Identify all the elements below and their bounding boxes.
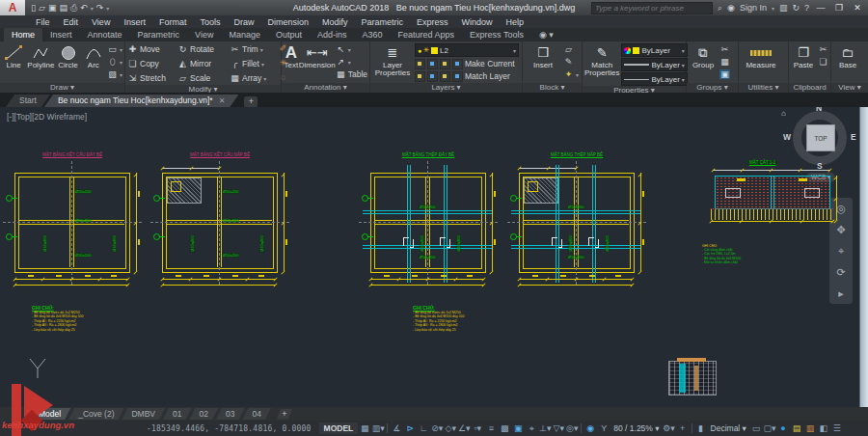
qat-dropdown[interactable]: ▾: [106, 5, 109, 12]
copy-clip-button[interactable]: ❏: [818, 56, 828, 68]
viewcube-top-face[interactable]: TOP: [806, 124, 835, 151]
group-edit-button[interactable]: ▦: [719, 56, 730, 68]
application-menu-button[interactable]: A: [0, 0, 25, 15]
polyline-button[interactable]: Polyline: [27, 43, 54, 69]
layer-off-icon[interactable]: [415, 59, 425, 69]
exchange-icon[interactable]: ↻: [792, 3, 800, 13]
status-annotation-visibility-icon[interactable]: ◉: [583, 422, 597, 435]
menu-modify[interactable]: Modify: [315, 17, 355, 27]
menu-view[interactable]: View: [85, 17, 117, 27]
status-selection-cycling-icon[interactable]: ▣: [511, 422, 525, 435]
trim-button[interactable]: ✂Trim▾: [230, 43, 276, 55]
status-annotation-scale[interactable]: 80 / 1.25% ▾: [610, 423, 662, 433]
ungroup-button[interactable]: ✂: [719, 43, 730, 55]
zoom-icon[interactable]: ⌖: [838, 245, 844, 258]
status-dynamic-ucs-icon[interactable]: ⊥▾: [538, 422, 552, 435]
new-drawing-tab-button[interactable]: +: [244, 96, 258, 107]
layout-tab-model[interactable]: Model: [29, 408, 70, 420]
search-icon[interactable]: ⌕: [718, 3, 722, 14]
status-polar-tracking-icon[interactable]: ⊘▾: [430, 422, 444, 435]
signin-caret[interactable]: ▾: [772, 5, 774, 12]
menu-insert[interactable]: Insert: [117, 17, 152, 27]
help-icon[interactable]: ?: [804, 3, 809, 13]
leader-button[interactable]: ↖▾: [336, 43, 367, 55]
viewport-controls[interactable]: [-][Top][2D Wireframe]: [7, 112, 87, 122]
ribbon-tab-manage[interactable]: Manage: [221, 28, 268, 41]
rotate-button[interactable]: ↻Rotate: [177, 43, 228, 55]
ribbon-tab-add-ins[interactable]: Add-ins: [310, 28, 355, 41]
menu-parametric[interactable]: Parametric: [355, 17, 411, 27]
stretch-button[interactable]: ⇲Stretch: [127, 72, 176, 84]
array-button[interactable]: ▦Array▾: [230, 72, 276, 84]
ribbon-tab-express-tools[interactable]: Express Tools: [462, 28, 531, 41]
menu-express[interactable]: Express: [410, 17, 455, 27]
panel-label-block[interactable]: Block ▾: [523, 83, 582, 93]
status-snap-mode-icon[interactable]: ▥▾: [371, 422, 385, 435]
insert-block-button[interactable]: ❒ Insert: [525, 43, 561, 69]
measure-button[interactable]: Measure: [741, 43, 781, 69]
multileader-button[interactable]: ↗▾: [336, 56, 367, 68]
ribbon-tab-view[interactable]: View: [187, 28, 221, 41]
panel-label-view[interactable]: View ▾: [831, 83, 868, 93]
status-display-monitor-icon[interactable]: ▢▾: [763, 422, 776, 435]
status-3d-object-snap-icon[interactable]: ⌖: [525, 422, 538, 435]
create-block-button[interactable]: ▱: [563, 43, 579, 55]
panel-label-layers[interactable]: Layers ▾: [370, 83, 522, 93]
sign-in-button[interactable]: Sign In: [740, 3, 767, 13]
panel-label-annotation[interactable]: Annotation ▾: [282, 83, 369, 93]
status-infer-constraints-icon[interactable]: ∡: [390, 422, 403, 435]
ribbon-tab-output[interactable]: Output: [268, 28, 310, 41]
ribbon-tab-a360[interactable]: A360: [355, 28, 391, 41]
status-quick-properties-icon[interactable]: ▭: [749, 422, 763, 435]
menu-format[interactable]: Format: [152, 17, 194, 27]
status-object-snap-icon[interactable]: ▫▾: [471, 422, 484, 435]
tab-start[interactable]: Start: [6, 95, 50, 107]
layout-tab-04[interactable]: 04: [242, 408, 270, 420]
ellipse-button[interactable]: ⬯▾: [107, 56, 122, 68]
showmotion-icon[interactable]: ▸: [838, 287, 844, 300]
group-select-button[interactable]: ▣: [719, 68, 730, 80]
circle-button[interactable]: Circle: [56, 43, 79, 69]
block-attr-button[interactable]: ✦▾: [563, 68, 579, 80]
rectangle-button[interactable]: ▭▾: [107, 43, 122, 55]
line-button[interactable]: Line: [2, 43, 25, 69]
copy-button[interactable]: ❏Copy: [127, 58, 176, 69]
dimension-button[interactable]: ⇤⇥ Dimension: [301, 43, 334, 69]
model-space-button[interactable]: MODEL: [319, 422, 359, 434]
layer-isolate-icon[interactable]: [427, 59, 438, 69]
edit-block-button[interactable]: ✎: [563, 56, 579, 68]
viewcube-east[interactable]: E: [851, 132, 856, 142]
layout-tab-dmbv[interactable]: DMBV: [122, 408, 165, 420]
saveas-icon[interactable]: ▤: [59, 3, 68, 13]
status-lineweight-icon[interactable]: ≡: [484, 422, 498, 435]
menu-edit[interactable]: Edit: [57, 17, 86, 27]
redo-icon[interactable]: ↷: [96, 3, 104, 13]
viewcube-north[interactable]: N: [816, 107, 822, 113]
layer-freeze-icon[interactable]: [440, 59, 450, 69]
table-button[interactable]: ▦Table: [336, 68, 367, 80]
ribbon-tab-featured-apps[interactable]: Featured Apps: [391, 28, 463, 41]
linetype-dropdown[interactable]: ByLayer▾: [621, 72, 687, 86]
status-clean-screen-icon[interactable]: ◧: [817, 422, 830, 435]
status-annotation-monitor-icon[interactable]: +: [676, 422, 690, 435]
status-workspace-switching-icon[interactable]: ⚙▾: [663, 422, 676, 435]
status-units[interactable]: Decimal ▾: [708, 423, 749, 433]
make-current-button[interactable]: Make Current: [465, 59, 515, 68]
tab-close-icon[interactable]: ✕: [219, 96, 226, 105]
paste-button[interactable]: ❐ Paste: [791, 43, 816, 69]
ribbon-options-button[interactable]: ◉ ▾: [531, 28, 561, 41]
menu-dimension[interactable]: Dimension: [260, 17, 315, 27]
scale-button[interactable]: ▱Scale: [177, 72, 228, 84]
status-autoscale-icon[interactable]: Y: [597, 422, 610, 435]
plot-icon[interactable]: ⎙: [70, 3, 77, 14]
mirror-button[interactable]: ◭Mirror: [177, 58, 228, 69]
vertical-scrollbar[interactable]: [859, 107, 868, 407]
layout-tab-cove2[interactable]: _Cove (2): [68, 408, 123, 420]
layer-on-icon[interactable]: [415, 71, 425, 82]
layout-tab-03[interactable]: 03: [216, 408, 244, 420]
match-layer-button[interactable]: Match Layer: [465, 71, 510, 81]
status-grid-icon[interactable]: ▦: [358, 422, 371, 435]
status-transparency-icon[interactable]: ▩: [498, 422, 511, 435]
status-isometric-drafting-icon[interactable]: ◇▾: [444, 422, 457, 435]
viewcube-home-icon[interactable]: ⌂: [781, 109, 786, 118]
